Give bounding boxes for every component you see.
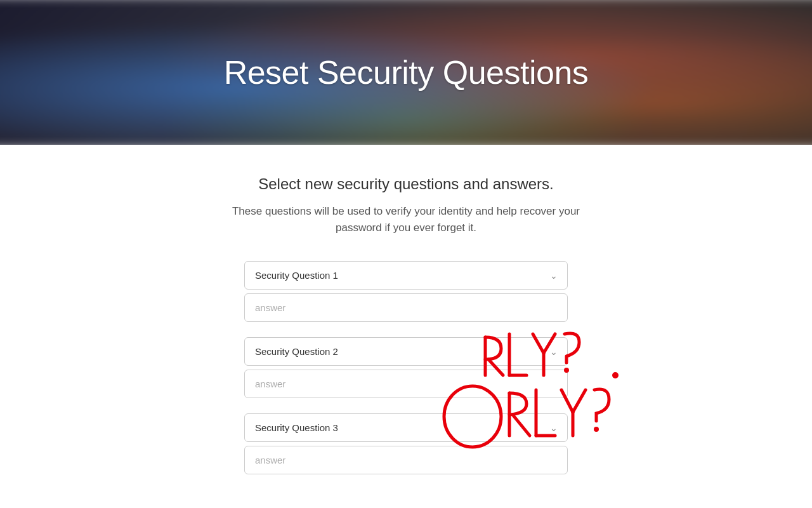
svg-point-3 — [612, 372, 619, 378]
question-group-2: Security Question 2 ⌄ — [244, 337, 568, 408]
security-question-2-answer[interactable] — [244, 370, 568, 398]
question-select-wrapper-2: Security Question 2 ⌄ — [244, 337, 568, 366]
subtitle-sub: These questions will be used to verify y… — [209, 203, 603, 236]
security-questions-form: Security Question 1 ⌄ Security Question … — [244, 261, 568, 490]
question-select-wrapper-1: Security Question 1 ⌄ — [244, 261, 568, 290]
question-group-3: Security Question 3 ⌄ — [244, 413, 568, 485]
page-title: Reset Security Questions — [224, 53, 589, 91]
security-question-3-select[interactable]: Security Question 3 — [244, 413, 568, 442]
subtitle-main: Select new security questions and answer… — [258, 175, 554, 193]
question-select-wrapper-3: Security Question 3 ⌄ — [244, 413, 568, 442]
main-content: Select new security questions and answer… — [0, 145, 812, 508]
hero-section: Reset Security Questions — [0, 0, 812, 145]
svg-point-2 — [594, 427, 599, 432]
security-question-3-answer[interactable] — [244, 446, 568, 474]
question-group-1: Security Question 1 ⌄ — [244, 261, 568, 332]
security-question-1-answer[interactable] — [244, 293, 568, 322]
security-question-2-select[interactable]: Security Question 2 — [244, 337, 568, 366]
security-question-1-select[interactable]: Security Question 1 — [244, 261, 568, 290]
